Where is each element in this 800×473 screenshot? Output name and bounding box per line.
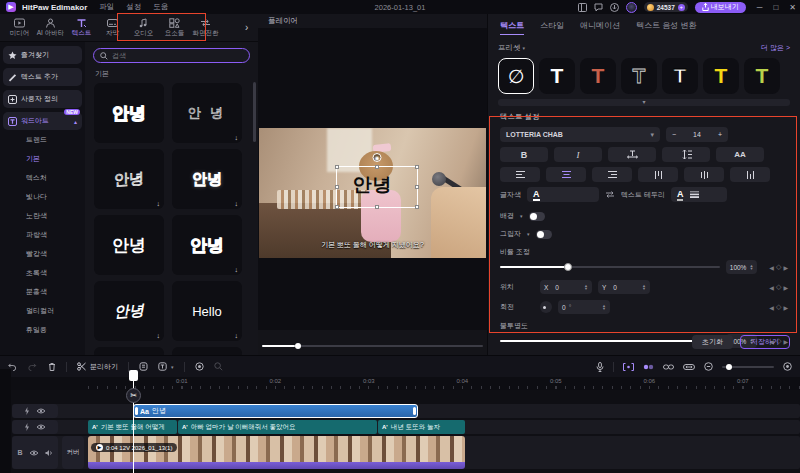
properties-tab-2[interactable]: 애니메이션 xyxy=(580,20,620,35)
sidebar-subitem-4[interactable]: 노란색 xyxy=(0,206,85,225)
timeline-ruler[interactable]: 0:010:020:030:040:050:060:07 xyxy=(0,377,800,390)
preset-none[interactable]: ∅ xyxy=(498,58,534,94)
preview-range-icon[interactable] xyxy=(623,363,634,371)
maximize-button[interactable]: □ xyxy=(773,3,778,12)
properties-tab-3[interactable]: 텍스트 음성 변환 xyxy=(636,20,696,35)
progress-thumb[interactable] xyxy=(295,343,301,349)
effects-icon[interactable] xyxy=(24,407,30,415)
position-keyframe[interactable]: ◀◇▶ xyxy=(769,283,788,291)
playhead-line[interactable] xyxy=(133,370,134,473)
nav-tab-3[interactable]: 자막 xyxy=(97,18,128,38)
text-tool-button[interactable]: ▾ xyxy=(158,362,174,371)
font-color-picker[interactable]: A xyxy=(527,187,599,202)
redo-button[interactable] xyxy=(28,363,38,371)
menu-settings[interactable]: 설정 xyxy=(126,2,141,12)
bold-button[interactable]: B xyxy=(500,147,548,162)
nav-tab-5[interactable]: 요소들 xyxy=(159,18,190,38)
sidebar-subitem-7[interactable]: 초록색 xyxy=(0,263,85,282)
nav-tab-1[interactable]: AI 아바타 xyxy=(35,18,66,38)
position-x-input[interactable]: X0▲▼ xyxy=(540,280,592,294)
text-style-card-7[interactable]: Hello↓ xyxy=(172,281,242,341)
sidebar-subitem-10[interactable]: 휴일용 xyxy=(0,320,85,339)
playback-progress[interactable] xyxy=(262,344,483,348)
playhead-scissors-icon[interactable]: ✂ xyxy=(126,388,141,403)
nav-tab-0[interactable]: 미디어 xyxy=(4,18,35,38)
text-style-card-partial[interactable] xyxy=(94,347,164,355)
text-style-card-0[interactable]: 안녕 xyxy=(94,83,164,143)
menu-help[interactable]: 도움 xyxy=(153,2,168,12)
sidebar-item-1[interactable]: 텍스트 추가 xyxy=(3,68,82,86)
position-y-input[interactable]: Y0▲▼ xyxy=(598,280,650,294)
link-clips-icon[interactable] xyxy=(643,363,654,371)
eye-icon[interactable] xyxy=(36,408,46,414)
text-style-card-4[interactable]: 안녕 xyxy=(94,215,164,275)
preset-swatch-3[interactable]: T xyxy=(621,58,657,94)
text-clip[interactable]: Aa 안녕 xyxy=(133,404,418,418)
preset-swatch-5[interactable]: T xyxy=(703,58,739,94)
swap-icon[interactable] xyxy=(605,191,615,198)
layout-icon[interactable] xyxy=(578,3,587,12)
rotate-input[interactable]: 0°▲▼ xyxy=(558,300,610,314)
font-size-stepper[interactable]: −14+ xyxy=(666,127,728,142)
download-icon[interactable] xyxy=(610,3,619,12)
size-plus[interactable]: + xyxy=(718,131,722,138)
nav-tab-2[interactable]: 텍스트 xyxy=(66,18,97,38)
valign-bottom-button[interactable] xyxy=(730,167,770,182)
text-style-card-2[interactable]: 안녕↓ xyxy=(94,149,164,209)
valign-top-button[interactable] xyxy=(638,167,678,182)
speaker-icon[interactable] xyxy=(45,449,53,457)
playhead-handle[interactable] xyxy=(129,370,138,381)
line-height-button[interactable] xyxy=(662,147,710,162)
save-button[interactable]: 저장하기 xyxy=(740,335,790,349)
text-style-card-1[interactable]: 안 녕↓ xyxy=(172,83,242,143)
sidebar-subitem-9[interactable]: 멀티컬러 xyxy=(0,301,85,320)
rotate-keyframe[interactable]: ◀◇▶ xyxy=(769,303,788,311)
rotate-dial[interactable] xyxy=(540,301,552,313)
properties-tab-0[interactable]: 텍스트 xyxy=(500,20,524,35)
eye-icon[interactable] xyxy=(36,424,46,430)
track-lock-icon[interactable]: B xyxy=(17,449,22,456)
align-right-button[interactable] xyxy=(592,167,632,182)
nav-tab-4[interactable]: 오디오 xyxy=(128,18,159,38)
feedback-icon[interactable] xyxy=(594,3,603,12)
preset-swatch-6[interactable]: T xyxy=(744,58,780,94)
close-button[interactable]: ✕ xyxy=(789,3,796,12)
text-style-card-3[interactable]: 안녕↓ xyxy=(172,149,242,209)
handle-n[interactable] xyxy=(375,165,379,169)
sidebar-subitem-1[interactable]: 기본 xyxy=(0,149,85,168)
sidebar-item-2[interactable]: 사용자 정의 xyxy=(3,90,82,108)
text-border-picker[interactable]: A xyxy=(671,187,727,202)
minimize-button[interactable]: ─ xyxy=(757,3,763,12)
size-minus[interactable]: − xyxy=(672,131,676,138)
handle-e[interactable] xyxy=(415,185,419,189)
search-input[interactable]: 검색 xyxy=(93,48,250,63)
scale-keyframe[interactable]: ◀◇▶ xyxy=(769,263,788,271)
scale-slider[interactable] xyxy=(500,262,720,272)
properties-tab-1[interactable]: 스타일 xyxy=(540,20,564,35)
opacity-slider[interactable] xyxy=(500,336,720,346)
effects-icon[interactable] xyxy=(24,423,30,431)
scale-value[interactable]: 100%▲▼ xyxy=(726,260,758,274)
collapse-strip[interactable]: ▾ xyxy=(498,99,790,106)
delete-button[interactable] xyxy=(48,362,56,371)
eye-icon[interactable] xyxy=(29,450,39,456)
collapse-caret-icon[interactable]: ▴ xyxy=(74,118,77,125)
preset-swatch-2[interactable]: T xyxy=(580,58,616,94)
align-center-button[interactable] xyxy=(546,167,586,182)
user-avatar[interactable] xyxy=(626,2,637,13)
subtitle-clip-1[interactable]: A'아빠 엄마가 날 이뻐해줘서 좋았어요 xyxy=(178,420,377,434)
text-style-card-5[interactable]: 안녕↓ xyxy=(172,215,242,275)
zoom-out-icon[interactable] xyxy=(704,362,713,371)
handle-s[interactable] xyxy=(375,205,379,209)
sidebar-subitem-2[interactable]: 텍스처 xyxy=(0,168,85,187)
video-clip[interactable]: ▶ 0:04 12V 2026_01_13(1) xyxy=(88,436,465,462)
timeline-zoom-slider[interactable] xyxy=(722,366,774,368)
valign-middle-button[interactable] xyxy=(684,167,724,182)
sidebar-item-0[interactable]: 즐겨찾기 xyxy=(3,46,82,64)
letter-spacing-button[interactable] xyxy=(608,147,656,162)
handle-w[interactable] xyxy=(335,185,339,189)
nav-expand-icon[interactable]: › xyxy=(245,22,248,33)
preset-swatch-4[interactable]: T xyxy=(662,58,698,94)
split-button[interactable]: 분리하기 xyxy=(77,362,118,372)
export-button[interactable]: 내보내기 xyxy=(695,2,746,13)
